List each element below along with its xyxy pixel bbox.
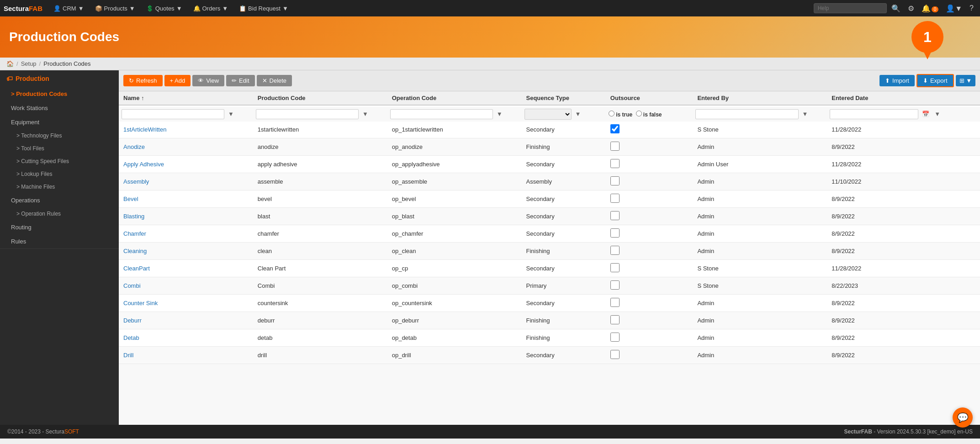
nav-crm[interactable]: 👤 CRM ▼ [49, 0, 88, 16]
breadcrumb-setup[interactable]: Setup [21, 60, 37, 67]
step-balloon: 1 [911, 21, 943, 53]
outsource-checkbox[interactable] [610, 280, 620, 290]
name-link[interactable]: Drill [123, 352, 133, 359]
filter-operation-code-btn[interactable]: ▼ [495, 110, 504, 118]
col-name[interactable]: Name ↑ [119, 91, 253, 105]
nav-orders[interactable]: 🔔 Orders ▼ [189, 0, 233, 16]
outsource-checkbox[interactable] [610, 194, 620, 203]
footer: ©2014 - 2023 - SecturaSOFT SecturFAB - V… [0, 425, 980, 439]
refresh-button[interactable]: ↻ Refresh [123, 75, 163, 86]
name-link[interactable]: Bevel [123, 196, 138, 202]
name-link[interactable]: 1stArticleWritten [123, 126, 166, 133]
grid-view-button[interactable]: ⊞ ▼ [956, 75, 975, 86]
outsource-checkbox[interactable] [610, 159, 620, 168]
chat-button[interactable]: 💬 [953, 407, 973, 428]
sidebar-item-tool-files[interactable]: > Tool Files [0, 142, 119, 155]
sidebar-item-operations[interactable]: Operations [0, 193, 119, 207]
sidebar-item-work-stations[interactable]: Work Stations [0, 101, 119, 115]
filter-date-btn[interactable]: ▼ [932, 110, 942, 118]
outsource-checkbox[interactable] [610, 333, 620, 342]
view-button[interactable]: 👁 View [192, 75, 224, 86]
name-link[interactable]: Anodize [123, 143, 145, 150]
col-operation-code[interactable]: Operation Code [387, 91, 522, 105]
home-icon[interactable]: 🏠 [6, 60, 14, 67]
sidebar-item-equipment[interactable]: Equipment [0, 115, 119, 129]
filter-outsource-false[interactable] [636, 111, 642, 116]
col-entered-by[interactable]: Entered By [693, 91, 827, 105]
sidebar-item-routing[interactable]: Routing [0, 220, 119, 234]
filter-production-code[interactable] [256, 109, 359, 119]
sidebar-item-production-codes[interactable]: > Production Codes [0, 87, 119, 101]
name-link[interactable]: Assembly [123, 178, 149, 185]
help-search-input[interactable] [814, 3, 887, 13]
col-sequence-type[interactable]: Sequence Type [522, 91, 606, 105]
name-link[interactable]: Chamfer [123, 230, 146, 237]
name-link[interactable]: Deburr [123, 317, 142, 324]
name-link[interactable]: Apply Adhesive [123, 161, 164, 168]
col-entered-date[interactable]: Entered Date [827, 91, 980, 105]
col-production-code[interactable]: Production Code [253, 91, 387, 105]
filter-sequence-type-btn[interactable]: ▼ [573, 110, 583, 118]
notification-icon[interactable]: 🔔0 [919, 4, 942, 13]
cell-production-code: apply adhesive [253, 156, 387, 173]
sidebar-item-cutting-speed-files[interactable]: > Cutting Speed Files [0, 155, 119, 168]
outsource-checkbox[interactable] [610, 350, 620, 359]
filter-name-btn[interactable]: ▼ [226, 110, 236, 118]
export-button[interactable]: ⬇ Export [916, 74, 954, 87]
add-button[interactable]: + Add [164, 75, 191, 86]
filter-entered-by[interactable] [695, 109, 798, 119]
nav-bid-request[interactable]: 📋 Bid Request ▼ [234, 0, 293, 16]
delete-button[interactable]: ✕ Delete [257, 75, 292, 86]
nav-quotes[interactable]: 💲 Quotes ▼ [142, 0, 187, 16]
filter-operation-code[interactable] [390, 109, 493, 119]
name-link[interactable]: CleanPart [123, 265, 150, 272]
name-link[interactable]: Cleaning [123, 248, 147, 254]
search-icon[interactable]: 🔍 [889, 4, 903, 13]
sidebar-item-rules[interactable]: Rules [0, 234, 119, 248]
outsource-checkbox[interactable] [610, 315, 620, 324]
edit-button[interactable]: ✏ Edit [226, 75, 254, 86]
cell-name: Combi [119, 277, 253, 295]
name-link[interactable]: Counter Sink [123, 300, 158, 307]
col-outsource[interactable]: Outsource [606, 91, 693, 105]
table-row: Cleaningcleanop_cleanFinishingAdmin8/9/2… [119, 243, 980, 260]
sidebar-item-lookup-files[interactable]: > Lookup Files [0, 168, 119, 180]
cell-name: Chamfer [119, 225, 253, 243]
filter-date-calendar-btn[interactable]: 📅 [920, 110, 931, 118]
nav-products[interactable]: 📦 Products ▼ [90, 0, 140, 16]
outsource-checkbox[interactable] [610, 228, 620, 238]
settings-icon[interactable]: ⚙ [905, 4, 917, 13]
sidebar: 🏷 Production > Production Codes Work Sta… [0, 70, 119, 425]
name-link[interactable]: Combi [123, 282, 141, 289]
user-account-icon[interactable]: 👤▼ [943, 4, 965, 13]
data-table-container[interactable]: Name ↑ Production Code Operation Code Se… [119, 91, 980, 425]
cell-entered-date: 8/9/2022 [827, 295, 980, 312]
name-link[interactable]: Detab [123, 334, 139, 341]
sidebar-item-operation-rules[interactable]: > Operation Rules [0, 207, 119, 220]
import-button[interactable]: ⬆ Import [879, 75, 915, 86]
footer-copyright: ©2014 - 2023 - SecturaSOFT [7, 428, 79, 435]
filter-sequence-type[interactable]: Primary Secondary Finishing Assembly [524, 109, 572, 120]
help-icon[interactable]: ? [967, 4, 976, 12]
outsource-checkbox[interactable] [610, 298, 620, 307]
outsource-checkbox[interactable] [610, 142, 620, 151]
cell-outsource [606, 156, 693, 173]
filter-outsource-true[interactable] [609, 111, 614, 116]
outsource-checkbox[interactable] [610, 263, 620, 272]
cell-name: Cleaning [119, 243, 253, 260]
filter-production-code-btn[interactable]: ▼ [360, 110, 370, 118]
outsource-checkbox[interactable] [610, 246, 620, 255]
filter-entered-by-btn[interactable]: ▼ [800, 110, 810, 118]
cell-sequence-type: Secondary [522, 156, 606, 173]
outsource-checkbox[interactable] [610, 211, 620, 220]
table-row: Anodizeanodizeop_anodizeFinishingAdmin8/… [119, 138, 980, 156]
outsource-checkbox[interactable] [610, 124, 620, 133]
sidebar-header-production[interactable]: 🏷 Production [0, 70, 119, 87]
filter-entered-date[interactable] [830, 109, 918, 119]
filter-name[interactable] [122, 109, 224, 119]
sidebar-item-technology-files[interactable]: > Technology Files [0, 129, 119, 142]
name-link[interactable]: Blasting [123, 213, 144, 220]
outsource-checkbox[interactable] [610, 176, 620, 185]
cell-name: Counter Sink [119, 295, 253, 312]
sidebar-item-machine-files[interactable]: > Machine Files [0, 180, 119, 193]
